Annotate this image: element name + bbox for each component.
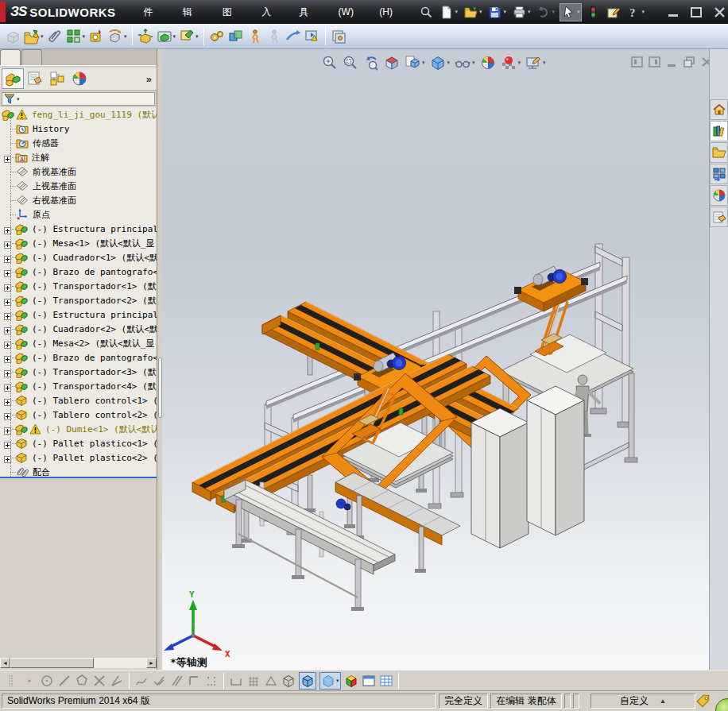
sk-construction-button[interactable]: ▾ (204, 674, 219, 688)
expander-icon[interactable] (4, 240, 11, 247)
open-part-button[interactable]: ▾ (23, 28, 45, 45)
splitter-handle[interactable] (158, 357, 162, 418)
tp-appearances-button[interactable] (710, 185, 728, 206)
sk-point-button[interactable]: ▾ (22, 674, 37, 688)
tp-view-palette-button[interactable] (710, 164, 728, 184)
tp-custom-properties-button[interactable] (710, 207, 728, 227)
view-shaded-button[interactable]: ▾ (319, 672, 341, 690)
zoom-area-button[interactable]: ▾ (343, 55, 358, 71)
tree-part-button[interactable]: (-) Pallet plastico<2> (默 (0, 450, 157, 465)
image-capture-button[interactable]: ▾ (330, 28, 347, 45)
expander-icon[interactable] (4, 154, 11, 161)
instant3d-button[interactable]: ▾ (285, 28, 302, 45)
select-cursor-button[interactable]: ▾ (560, 3, 583, 21)
separator[interactable]: ▾ (129, 673, 130, 689)
dropdown-arrow-icon[interactable]: ▾ (528, 9, 531, 15)
tree-assembly-button[interactable]: feng_li_ji_gou_1119 (默认 (0, 107, 157, 122)
separator[interactable]: ▾ (223, 673, 224, 689)
tree-assembly-sub-button[interactable]: (-) Brazo de pantografo<2 (0, 350, 157, 365)
tp-file-explorer-button[interactable] (710, 142, 728, 163)
assembly-features-button[interactable]: ▾ (178, 28, 199, 45)
table-grid-button[interactable]: ▾ (379, 674, 393, 688)
previous-view-button[interactable]: ▾ (363, 55, 379, 71)
gears-motion-button[interactable]: ▾ (208, 28, 226, 45)
separator[interactable]: ▾ (325, 28, 326, 45)
tree-assembly-sub-button[interactable]: (-) Transportador<4> (默认 (0, 379, 157, 393)
expander-icon[interactable] (4, 269, 11, 276)
insert-component-button[interactable]: ▾ (4, 28, 21, 45)
print-button[interactable]: ▾ (511, 4, 532, 21)
dropdown-arrow-icon[interactable]: ▾ (641, 9, 645, 15)
show-hidden-components-button[interactable]: ▾ (156, 28, 177, 45)
undo-button[interactable]: ▾ (535, 4, 556, 21)
panel-splitter[interactable] (157, 49, 162, 670)
tree-assembly-sub-button[interactable]: (-) Mesa<2> (默认<默认_显 (0, 336, 157, 350)
expander-icon[interactable] (4, 426, 11, 433)
panel-horizontal-scrollbar[interactable]: ◄ ► (0, 658, 157, 668)
sk-check-button[interactable]: ▾ (152, 674, 166, 688)
scroll-left-button[interactable]: ◄ (0, 658, 10, 668)
open-document-button[interactable]: ▾ (463, 4, 484, 21)
sk-trim-button[interactable]: ▾ (92, 674, 106, 688)
dropdown-arrow-icon[interactable]: ▾ (173, 33, 176, 40)
tree-assembly-sub-button[interactable]: (-) Mesa<1> (默认<默认_显 (0, 236, 157, 250)
apply-scene-button[interactable]: ▾ (501, 55, 521, 71)
zoom-fit-button[interactable]: ▾ (322, 55, 338, 71)
minimize-button[interactable] (665, 6, 682, 18)
separator[interactable]: ▾ (203, 28, 204, 45)
dropdown-arrow-icon[interactable]: ▾ (518, 60, 521, 66)
tree-assembly-sub-button[interactable]: (-) Estructura principal< (0, 222, 157, 236)
edit-appearance-ball-button[interactable]: ▾ (480, 55, 496, 71)
dropdown-arrow-icon[interactable]: ▾ (124, 33, 127, 40)
dropdown-arrow-icon[interactable]: ▾ (472, 60, 475, 66)
tree-plane-button[interactable]: 右视基准面 (0, 193, 157, 207)
component-pattern-button[interactable]: ▾ (65, 28, 87, 45)
expander-icon[interactable] (4, 369, 11, 376)
sk-angle-button[interactable]: ▾ (110, 674, 124, 688)
expander-icon[interactable] (4, 297, 11, 304)
dropdown-arrow-icon[interactable]: ▾ (503, 9, 506, 15)
expander-icon[interactable] (4, 283, 11, 290)
expander-icon[interactable] (4, 254, 11, 261)
tree-assembly-sub-button[interactable]: (-) Cuadrador<2> (默认<默 (0, 322, 157, 336)
tree-origin-button[interactable]: 原点 (0, 207, 157, 222)
save-button[interactable]: ▾ (486, 4, 508, 21)
tree-assembly-sub-button[interactable]: (-) Brazo de pantografo<1 (0, 265, 157, 279)
tree-history-button[interactable]: History (0, 122, 157, 136)
overflow-chevron[interactable]: » (146, 73, 152, 85)
fm-property-button[interactable] (24, 68, 46, 89)
expander-icon[interactable] (4, 226, 11, 233)
dropdown-arrow-icon[interactable]: ▾ (17, 96, 20, 102)
motion-study-warning-button[interactable]: ▾ (304, 28, 321, 45)
tree-sensors-button[interactable]: 传感器 (0, 136, 157, 150)
sk-polygon-button[interactable]: ▾ (75, 674, 89, 688)
sk-corner-button[interactable]: ▾ (187, 674, 201, 688)
traffic-light-button[interactable]: ▾ (585, 4, 602, 21)
separator[interactable]: ▾ (398, 673, 399, 689)
split-left-button[interactable] (631, 56, 643, 68)
dropdown-arrow-icon[interactable]: ▾ (552, 9, 555, 15)
panel-tab[interactable] (21, 49, 42, 65)
separator[interactable]: ▾ (132, 28, 133, 45)
panel-tab[interactable] (0, 49, 21, 65)
fm-display-button[interactable] (68, 68, 91, 89)
restore-button[interactable] (688, 6, 705, 18)
drag-handle-button[interactable]: ▾ (5, 674, 19, 688)
split-right-button[interactable] (649, 56, 660, 68)
move-rotate-component-button[interactable]: ▾ (106, 28, 128, 45)
fm-assembly-button[interactable] (2, 68, 24, 89)
sk-circle-button[interactable]: ▾ (40, 674, 54, 688)
dropdown-arrow-icon[interactable]: ▾ (543, 60, 546, 66)
fm-configuration-button[interactable] (46, 68, 68, 89)
pane-preview-button[interactable]: ▾ (362, 674, 376, 688)
tree-assembly-sub-button[interactable]: (-) Estructura principal< (0, 307, 157, 322)
sk-offset-button[interactable]: ▾ (169, 674, 184, 688)
doc-minimize-button[interactable] (666, 56, 678, 68)
doc-restore-button[interactable] (683, 56, 695, 68)
tree-plane-button[interactable]: 上视基准面 (0, 179, 157, 193)
tree-mates-button[interactable]: 配合 (0, 465, 157, 478)
tree-assembly-sub-button[interactable]: (-) Transportador<3> (默认 (0, 365, 157, 379)
expander-icon[interactable] (4, 354, 11, 361)
view-settings-button[interactable]: ▾ (525, 55, 546, 71)
tp-design-library-button[interactable] (710, 121, 728, 141)
